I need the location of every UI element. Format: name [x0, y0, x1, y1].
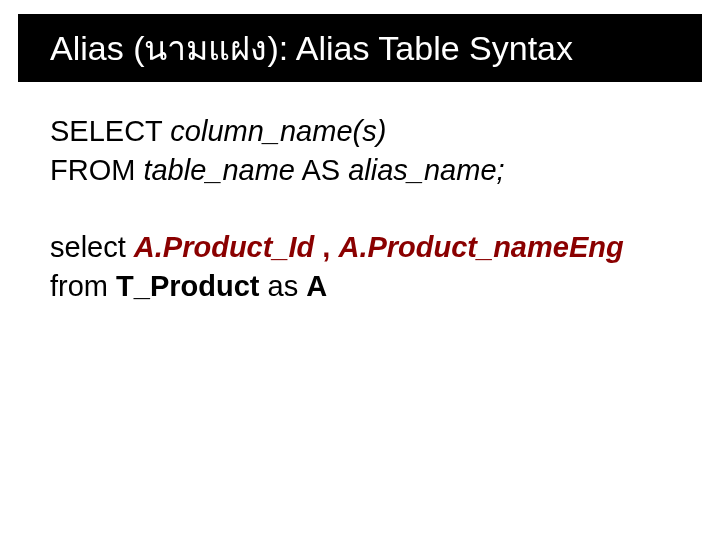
comma: ,	[314, 231, 338, 263]
as-word: as	[259, 270, 306, 302]
slide: Alias (นามแฝง): Alias Table Syntax SELEC…	[0, 0, 720, 540]
syntax-line-2: FROM table_name AS alias_name;	[50, 151, 670, 190]
col2: A.Product_nameEng	[338, 231, 623, 263]
example-line-1: select A.Product_Id , A.Product_nameEng	[50, 228, 670, 267]
alias-name: A	[306, 270, 327, 302]
title-bar: Alias (นามแฝง): Alias Table Syntax	[18, 14, 702, 82]
select-keyword: SELECT	[50, 115, 170, 147]
as-keyword: AS	[295, 154, 348, 186]
example-line-2: from T_Product as A	[50, 267, 670, 306]
table-placeholder: table_name	[143, 154, 295, 186]
column-placeholder: column_name(s)	[170, 115, 386, 147]
select-word: select	[50, 231, 134, 263]
syntax-line-1: SELECT column_name(s)	[50, 112, 670, 151]
from-word: from	[50, 270, 116, 302]
from-keyword: FROM	[50, 154, 143, 186]
slide-title: Alias (นามแฝง): Alias Table Syntax	[50, 21, 573, 75]
alias-placeholder: alias_name;	[348, 154, 504, 186]
spacer	[50, 190, 670, 228]
content-area: SELECT column_name(s) FROM table_name AS…	[50, 112, 670, 307]
col1: A.Product_Id	[134, 231, 314, 263]
table-name: T_Product	[116, 270, 259, 302]
